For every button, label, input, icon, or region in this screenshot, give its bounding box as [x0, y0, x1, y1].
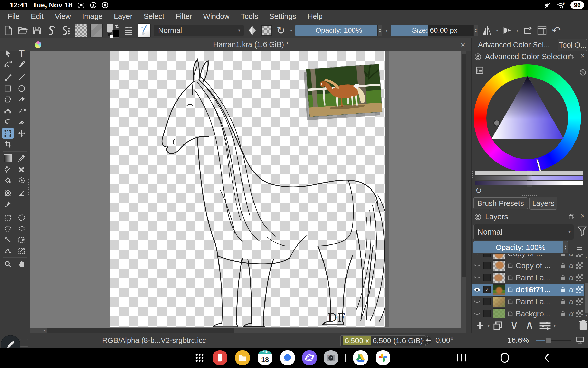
add-layer-button[interactable]: +: [474, 319, 486, 331]
tool-bezier-select[interactable]: [2, 245, 14, 256]
tool-polygon-select[interactable]: [2, 223, 14, 234]
lock-docker-icon[interactable]: [474, 53, 481, 61]
reload-original-preset-button[interactable]: ↻: [275, 24, 287, 37]
hue-marker[interactable]: [536, 159, 541, 171]
common-color-slider-3[interactable]: [475, 181, 583, 185]
horizontal-scrollbar[interactable]: ◄: [30, 328, 462, 333]
canvas-rotation-icon[interactable]: [422, 335, 432, 347]
layer-opacity-spinner[interactable]: ▴▾: [563, 241, 568, 253]
menu-view[interactable]: View: [49, 12, 76, 21]
eye-open-icon[interactable]: [473, 287, 481, 293]
tool-multibrush[interactable]: [16, 116, 28, 127]
app-drawer-button[interactable]: [192, 350, 207, 365]
eye-closed-icon[interactable]: [473, 275, 481, 281]
chevron-down-icon[interactable]: ▾: [385, 28, 388, 33]
menu-edit[interactable]: Edit: [25, 12, 49, 21]
scroll-left-icon[interactable]: ◄: [42, 328, 47, 333]
tool-similar-select[interactable]: [16, 234, 28, 245]
tool-dynamic-brush[interactable]: [2, 116, 14, 127]
close-icon[interactable]: ×: [460, 40, 465, 49]
messages-app-icon[interactable]: [280, 350, 295, 365]
mini-white-swatch[interactable]: [110, 35, 113, 38]
tool-freehand-brush[interactable]: [2, 72, 14, 83]
inherit-alpha-icon[interactable]: [576, 286, 583, 293]
lock-icon[interactable]: [560, 286, 567, 293]
image-dimensions-box[interactable]: 6,500 x 6,500 (1.6 GiB): [340, 335, 426, 346]
pattern-chip[interactable]: [90, 24, 103, 37]
camera-app-icon[interactable]: [324, 350, 338, 365]
tool-gradient[interactable]: [2, 153, 14, 164]
tool-rectangle[interactable]: [2, 83, 14, 94]
gradient-chip[interactable]: [74, 24, 87, 37]
calendar-app-icon[interactable]: TUE 18: [258, 350, 272, 365]
slider-drag-dots[interactable]: [472, 171, 473, 186]
tab-advanced-color-selector[interactable]: Advanced Color Sel...: [472, 39, 556, 50]
open-document-button[interactable]: [17, 24, 29, 37]
tool-bezier-curve[interactable]: [2, 105, 14, 116]
close-icon[interactable]: ×: [579, 52, 586, 60]
opacity-slider[interactable]: Opacity: 100% ▴▾: [295, 25, 382, 36]
docker-splitter-dots[interactable]: [522, 195, 537, 196]
layer-blending-mode-dropdown[interactable]: Normal ▾: [473, 224, 574, 240]
tool-color-sampler[interactable]: [16, 153, 28, 164]
preserve-alpha-button[interactable]: [261, 24, 272, 37]
menu-select[interactable]: Select: [138, 12, 170, 21]
inherit-alpha-icon[interactable]: [576, 298, 583, 305]
document-tab[interactable]: Harran1.kra (1.6 GiB) * ×: [30, 38, 471, 51]
layer-list-menu-icon[interactable]: ≡: [574, 242, 585, 253]
notes-app-icon[interactable]: [213, 350, 227, 365]
show-dockers-button[interactable]: [536, 24, 548, 37]
alpha-icon[interactable]: α: [569, 273, 573, 282]
chevron-down-icon[interactable]: ▾: [552, 322, 557, 329]
float-docker-icon[interactable]: [568, 53, 575, 61]
freehand-stabilizer-icon[interactable]: [45, 24, 57, 37]
tool-measure[interactable]: [16, 188, 28, 198]
undo-button[interactable]: ↶: [550, 24, 562, 37]
chevron-down-icon[interactable]: ▾: [495, 28, 499, 33]
nav-home-button[interactable]: [496, 350, 514, 365]
canvas-rotation-value[interactable]: 0.00°: [435, 336, 453, 344]
alpha-icon[interactable]: α: [569, 261, 573, 270]
sv-marker[interactable]: [493, 120, 500, 126]
lock-icon[interactable]: [560, 310, 567, 317]
layer-properties-button[interactable]: [539, 320, 551, 332]
menu-layer[interactable]: Layer: [108, 12, 138, 21]
float-docker-icon[interactable]: [568, 213, 575, 221]
toolbox-splitter-handle[interactable]: [28, 179, 29, 195]
menu-settings[interactable]: Settings: [264, 12, 302, 21]
tool-calligraphy[interactable]: [16, 59, 28, 70]
tool-reference-images[interactable]: [2, 199, 14, 209]
menu-help[interactable]: Help: [302, 12, 328, 21]
tool-polygon[interactable]: [2, 94, 14, 105]
no-color-icon[interactable]: [579, 69, 587, 77]
layer-row-selected[interactable]: ✓ dc16f71... α: [472, 284, 584, 296]
layer-row[interactable]: Copy of ... α: [472, 254, 584, 260]
alpha-icon[interactable]: α: [569, 254, 573, 258]
mirror-horizontal-button[interactable]: [481, 24, 493, 37]
tool-enclose-fill[interactable]: [16, 175, 28, 186]
alpha-icon[interactable]: α: [569, 285, 573, 294]
foreground-background-colors[interactable]: [106, 23, 120, 38]
mirror-vertical-button[interactable]: [501, 24, 513, 37]
layer-row[interactable]: Paint La... α: [472, 296, 584, 308]
opacity-spinner[interactable]: ▴▾: [377, 25, 382, 36]
tool-crop[interactable]: [2, 139, 14, 150]
layer-filter-icon[interactable]: [577, 226, 587, 238]
tool-colorize-mask[interactable]: [16, 164, 28, 175]
tool-edit-shapes[interactable]: [2, 59, 14, 70]
nav-back-button[interactable]: [538, 350, 556, 365]
close-icon[interactable]: ×: [579, 212, 586, 220]
tool-rect-select[interactable]: [2, 212, 14, 223]
layer-enabled-checkbox[interactable]: [483, 310, 491, 317]
tool-freehand-select[interactable]: [16, 223, 28, 234]
tool-line[interactable]: [16, 72, 28, 83]
tab-layers[interactable]: Layers: [529, 197, 557, 210]
scroll-down-icon[interactable]: ▼: [584, 314, 588, 318]
layer-row[interactable]: Copy of ... α: [472, 260, 584, 272]
alpha-icon[interactable]: α: [569, 309, 573, 318]
color-history-refresh-icon[interactable]: ↻: [474, 186, 483, 195]
brush-preset-editor-chip[interactable]: [137, 24, 151, 37]
zoom-value[interactable]: 16.6%: [507, 336, 529, 344]
inherit-alpha-icon[interactable]: [576, 254, 583, 257]
lock-icon[interactable]: [560, 274, 567, 281]
